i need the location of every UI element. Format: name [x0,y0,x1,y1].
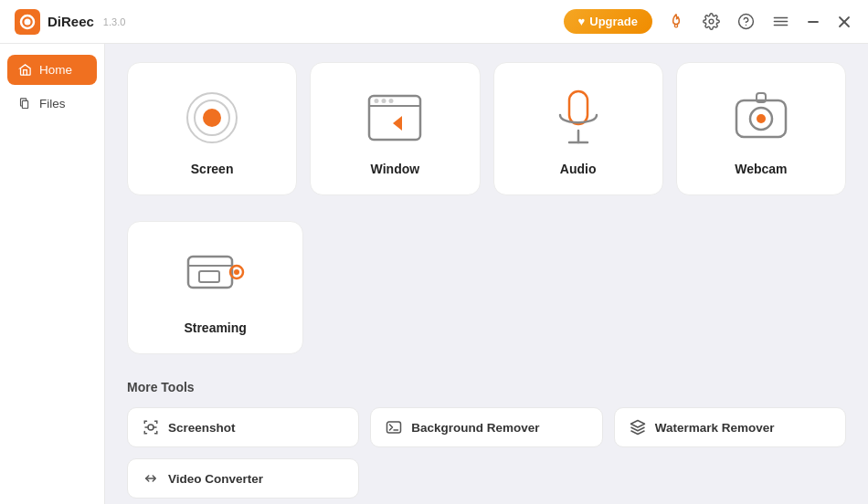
more-tools-row2: Video Converter [127,458,846,499]
video-converter-label: Video Converter [168,472,263,486]
titlebar-right: ♥ Upgrade [564,9,853,34]
watermark-remover-icon [630,419,646,436]
audio-tool-card[interactable]: Audio [493,62,663,195]
audio-label: Audio [560,162,597,176]
upgrade-label: Upgrade [589,15,638,28]
files-icon [18,97,32,110]
more-tools-grid: Screenshot Background Remover [127,407,846,447]
svg-point-22 [389,99,394,103]
watermark-remover-label: Watermark Remover [655,421,775,435]
svg-rect-23 [569,91,587,124]
screen-label: Screen [191,162,234,176]
streaming-spacer [316,221,846,354]
sidebar-home-label: Home [39,63,72,77]
svg-point-4 [709,19,714,24]
window-label: Window [371,162,420,176]
close-button[interactable] [835,13,853,31]
app-name: DiReec [48,14,94,29]
svg-rect-32 [199,271,219,282]
sidebar-item-home[interactable]: Home [7,55,97,85]
svg-point-6 [746,25,746,26]
svg-point-2 [25,18,31,25]
video-converter-icon [143,470,159,487]
heart-icon: ♥ [578,15,586,28]
titlebar: DiReec 1.3.0 ♥ Upgrade [0,0,868,44]
content-area: Screen Window [105,44,868,504]
sidebar-item-files[interactable]: Files [7,89,97,119]
screen-tool-card[interactable]: Screen [127,62,297,195]
settings-icon[interactable] [700,11,722,33]
bg-remover-button[interactable]: Background Remover [370,407,602,447]
bg-remover-label: Background Remover [411,421,539,435]
minimize-button[interactable] [804,13,822,31]
streaming-row: Streaming [127,221,846,354]
svg-point-5 [738,15,753,29]
screenshot-label: Screenshot [168,421,236,435]
audio-icon [549,89,608,147]
help-icon[interactable] [735,11,757,33]
menu-icon[interactable] [769,11,791,33]
flame-icon[interactable] [665,11,687,33]
svg-point-21 [382,99,386,103]
upgrade-button[interactable]: ♥ Upgrade [564,9,652,34]
screenshot-icon [143,419,159,436]
svg-rect-14 [22,100,27,108]
more-tools-section: More Tools Screenshot [127,380,846,499]
svg-point-28 [757,114,766,123]
screenshot-button[interactable]: Screenshot [127,407,359,447]
svg-point-34 [234,269,239,275]
webcam-icon [732,89,790,147]
svg-rect-38 [387,422,401,433]
streaming-tool-card[interactable]: Streaming [127,221,303,354]
svg-point-35 [148,425,153,430]
streaming-icon [186,247,245,306]
home-icon [18,63,32,77]
svg-point-20 [375,99,379,103]
sidebar-files-label: Files [39,97,66,110]
more-tools-label: More Tools [127,380,846,394]
titlebar-left: DiReec 1.3.0 [15,9,125,35]
main-tools-grid: Screen Window [127,62,846,195]
main-layout: Home Files [0,44,868,504]
sidebar: Home Files [0,44,105,504]
svg-point-17 [203,109,221,127]
video-converter-button[interactable]: Video Converter [127,458,359,499]
streaming-label: Streaming [184,320,246,335]
watermark-remover-button[interactable]: Watermark Remover [614,407,846,447]
app-version: 1.3.0 [103,16,125,27]
app-logo-icon [15,9,40,35]
window-tool-card[interactable]: Window [310,62,480,195]
webcam-label: Webcam [735,162,787,176]
bg-remover-icon [386,419,402,436]
screen-icon [183,89,241,147]
window-icon [365,89,424,147]
svg-point-3 [674,24,677,26]
webcam-tool-card[interactable]: Webcam [676,62,846,195]
